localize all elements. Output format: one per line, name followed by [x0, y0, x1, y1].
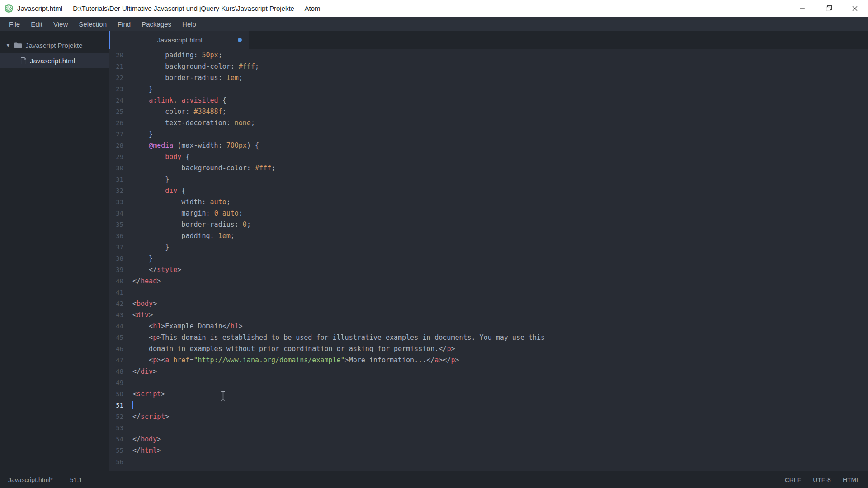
- code-line-29[interactable]: 29 body {: [109, 151, 868, 163]
- status-cursor-position[interactable]: 51:1: [70, 476, 82, 483]
- window-controls: [789, 0, 868, 17]
- code-line-34[interactable]: 34 margin: 0 auto;: [109, 208, 868, 219]
- code-line-33[interactable]: 33 width: auto;: [109, 197, 868, 208]
- menu-find[interactable]: Find: [112, 17, 136, 31]
- code-text: <p><a href="http://www.iana.org/domains/…: [132, 355, 459, 366]
- line-number: 45: [109, 332, 129, 343]
- text-cursor: [132, 401, 133, 409]
- status-grammar[interactable]: HTML: [843, 476, 860, 483]
- code-line-28[interactable]: 28 @media (max-width: 700px) {: [109, 140, 868, 151]
- chevron-down-icon: ▼: [5, 42, 11, 48]
- code-line-20[interactable]: 20 padding: 50px;: [109, 50, 868, 61]
- code-editor[interactable]: 20 padding: 50px;21 background-color: #f…: [109, 49, 868, 471]
- code-text: <p>This domain is established to be used…: [132, 332, 545, 343]
- atom-icon: [5, 4, 13, 13]
- line-number: 53: [109, 422, 129, 434]
- code-line-26[interactable]: 26 text-decoration: none;: [109, 117, 868, 129]
- code-line-23[interactable]: 23 }: [109, 84, 868, 95]
- tree-file-row[interactable]: Javascript.html: [0, 53, 109, 68]
- code-line-38[interactable]: 38 }: [109, 253, 868, 264]
- code-text: div {: [132, 185, 185, 197]
- code-line-37[interactable]: 37 }: [109, 242, 868, 253]
- code-line-41[interactable]: 41: [109, 287, 868, 298]
- line-number: 51: [109, 400, 129, 411]
- code-line-45[interactable]: 45 <p>This domain is established to be u…: [109, 332, 868, 343]
- code-line-30[interactable]: 30 background-color: #fff;: [109, 163, 868, 174]
- minimize-button[interactable]: [789, 0, 816, 17]
- code-line-25[interactable]: 25 color: #38488f;: [109, 106, 868, 117]
- editor-pane: Javascript.html 20 padding: 50px;21 back…: [109, 31, 868, 471]
- code-lines: 20 padding: 50px;21 background-color: #f…: [109, 50, 868, 468]
- code-line-48[interactable]: 48</div>: [109, 366, 868, 377]
- code-line-22[interactable]: 22 border-radius: 1em;: [109, 72, 868, 84]
- line-number: 20: [109, 50, 129, 61]
- code-line-46[interactable]: 46 domain in examples without prior coor…: [109, 343, 868, 355]
- status-bar: Javascript.html* 51:1 CRLF UTF-8 HTML: [0, 471, 868, 488]
- code-line-52[interactable]: 52</script>: [109, 411, 868, 422]
- line-number: 55: [109, 445, 129, 456]
- status-encoding[interactable]: UTF-8: [813, 476, 831, 483]
- tree-project-row[interactable]: ▼ Javascript Projekte: [0, 38, 109, 53]
- code-line-35[interactable]: 35 border-radius: 0;: [109, 219, 868, 230]
- code-text: body {: [132, 151, 189, 163]
- code-text: }: [132, 174, 169, 185]
- code-text: <h1>Example Domain</h1>: [132, 321, 243, 332]
- code-line-56[interactable]: 56: [109, 456, 868, 468]
- code-line-39[interactable]: 39 </style>: [109, 264, 868, 276]
- line-number: 32: [109, 185, 129, 197]
- code-line-51[interactable]: 51: [109, 400, 868, 411]
- status-file-name[interactable]: Javascript.html*: [8, 476, 53, 483]
- tab-label: Javascript.html: [157, 36, 202, 44]
- line-number: 54: [109, 434, 129, 445]
- status-right: CRLF UTF-8 HTML: [785, 476, 860, 483]
- file-name: Javascript.html: [30, 57, 75, 65]
- code-line-31[interactable]: 31 }: [109, 174, 868, 185]
- code-text: border-radius: 1em;: [132, 72, 243, 84]
- code-text: }: [132, 84, 153, 95]
- tab-javascript-html[interactable]: Javascript.html: [109, 31, 249, 49]
- line-number: 27: [109, 129, 129, 140]
- code-line-43[interactable]: 43<div>: [109, 310, 868, 321]
- line-number: 34: [109, 208, 129, 219]
- modified-dot-icon[interactable]: [238, 38, 242, 42]
- code-text: color: #38488f;: [132, 106, 226, 117]
- menu-selection[interactable]: Selection: [73, 17, 112, 31]
- line-number: 50: [109, 389, 129, 400]
- line-number: 30: [109, 163, 129, 174]
- code-line-55[interactable]: 55</html>: [109, 445, 868, 456]
- line-number: 48: [109, 366, 129, 377]
- title-bar: Javascript.html — D:\Tutorials\Der Ultim…: [0, 0, 868, 17]
- line-number: 36: [109, 230, 129, 242]
- menu-edit[interactable]: Edit: [25, 17, 48, 31]
- code-line-40[interactable]: 40</head>: [109, 276, 868, 287]
- code-line-42[interactable]: 42<body>: [109, 298, 868, 310]
- menu-help[interactable]: Help: [177, 17, 202, 31]
- code-line-50[interactable]: 50<script>: [109, 389, 868, 400]
- restore-button[interactable]: [816, 0, 842, 17]
- code-line-53[interactable]: 53: [109, 422, 868, 434]
- code-line-49[interactable]: 49: [109, 377, 868, 389]
- close-button[interactable]: [842, 0, 868, 17]
- menu-packages[interactable]: Packages: [136, 17, 177, 31]
- code-text: <body>: [132, 298, 157, 310]
- code-line-47[interactable]: 47 <p><a href="http://www.iana.org/domai…: [109, 355, 868, 366]
- line-number: 24: [109, 95, 129, 106]
- code-line-32[interactable]: 32 div {: [109, 185, 868, 197]
- status-line-ending[interactable]: CRLF: [785, 476, 802, 483]
- line-number: 25: [109, 106, 129, 117]
- code-text: <script>: [132, 389, 165, 400]
- code-line-24[interactable]: 24 a:link, a:visited {: [109, 95, 868, 106]
- code-line-44[interactable]: 44 <h1>Example Domain</h1>: [109, 321, 868, 332]
- code-line-21[interactable]: 21 background-color: #fff;: [109, 61, 868, 72]
- code-line-54[interactable]: 54</body>: [109, 434, 868, 445]
- code-line-36[interactable]: 36 padding: 1em;: [109, 230, 868, 242]
- status-left: Javascript.html* 51:1: [8, 476, 82, 483]
- file-icon: [21, 57, 26, 64]
- menu-file[interactable]: File: [4, 17, 25, 31]
- line-number: 26: [109, 117, 129, 129]
- line-number: 39: [109, 264, 129, 276]
- code-text: padding: 1em;: [132, 230, 235, 242]
- menu-view[interactable]: View: [48, 17, 73, 31]
- code-line-27[interactable]: 27 }: [109, 129, 868, 140]
- window-title: Javascript.html — D:\Tutorials\Der Ultim…: [17, 5, 320, 12]
